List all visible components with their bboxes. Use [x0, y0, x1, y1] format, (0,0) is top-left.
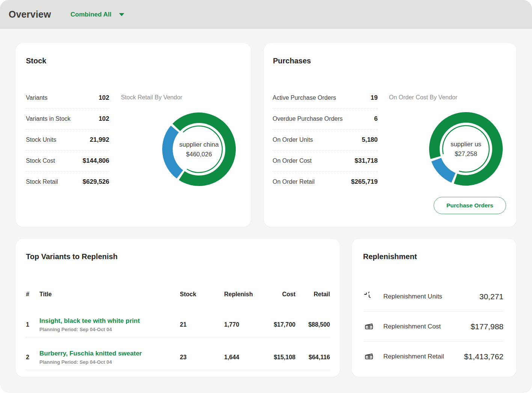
variant-title-link[interactable]: Insight, black tee with white print [39, 316, 180, 326]
replenish-cell: 1,644 [224, 354, 259, 361]
stat-value: 6 [374, 115, 378, 123]
top-bar: Overview Combined All [0, 0, 532, 29]
replenish-cell: 1,770 [224, 321, 259, 328]
stat-row: Variants 102 [26, 87, 109, 108]
col-header-cost: Cost [259, 291, 295, 298]
stat-row: Active Purchase Orders 19 [273, 87, 378, 108]
stat-row: On Order Cost $31,718 [273, 150, 378, 171]
variants-table-header: # Title Stock Replenish Cost Retail [26, 284, 330, 305]
table-row: 1 Insight, black tee with white print Pl… [26, 305, 330, 338]
purchases-donut-chart[interactable]: supplier us $27,258 [428, 111, 503, 186]
stat-value: 102 [99, 115, 109, 123]
row-number: 1 [26, 321, 39, 328]
purchases-stats-list: Active Purchase Orders 19 Overdue Purcha… [273, 87, 378, 192]
purchase-orders-button[interactable]: Purchase Orders [434, 197, 506, 214]
stock-card-title: Stock [26, 57, 46, 65]
replenishment-row-label: Replenishment Units [383, 293, 442, 300]
cash-icon [364, 322, 374, 332]
stat-value: 21,992 [90, 136, 109, 144]
table-row: 2 Burberry, Fuschia knitted sweater Plan… [26, 338, 330, 370]
stat-row: Stock Units 21,992 [26, 129, 109, 150]
page-title: Overview [9, 9, 51, 20]
cash-icon [364, 352, 374, 362]
replenishment-row-label: Replenishment Retail [383, 353, 444, 360]
stat-row: Overdue Purchase Orders 6 [273, 108, 378, 129]
stock-donut-chart[interactable]: supplier china $460,026 [161, 112, 237, 187]
list-item: Replenishment Retail $1,413,762 [364, 342, 503, 372]
stat-value: $31,718 [355, 157, 378, 165]
stat-row: Stock Cost $144,806 [26, 150, 109, 171]
purchases-card: Purchases Active Purchase Orders 19 Over… [264, 43, 516, 227]
replenishment-title: Replenishment [363, 252, 417, 261]
stat-label: On Order Retail [273, 178, 315, 185]
col-header-replenish: Replenish [224, 291, 259, 298]
stat-label: Stock Retail [26, 178, 58, 185]
stat-label: On Order Units [273, 136, 313, 143]
variants-table: # Title Stock Replenish Cost Retail 1 In… [26, 284, 330, 370]
variant-subtitle: Planning Period: Sep 04-Oct 04 [39, 326, 180, 333]
variant-cell: Insight, black tee with white print Plan… [39, 316, 180, 333]
dashboard-screen: Overview Combined All Stock Variants 102… [0, 0, 532, 393]
content-area: Stock Variants 102 Variants in Stock 102… [0, 29, 532, 377]
stock-cell: 21 [180, 321, 224, 328]
purchases-chart-caption: On Order Cost By Vendor [389, 94, 457, 101]
variant-title-link[interactable]: Burberry, Fuschia knitted sweater [39, 349, 180, 358]
col-header-title: Title [39, 291, 180, 298]
retail-cell: $88,500 [295, 321, 330, 328]
stat-label: Stock Units [26, 136, 56, 143]
scope-selector-label: Combined All [71, 11, 112, 18]
col-header-stock: Stock [180, 291, 224, 298]
stat-value: $629,526 [83, 178, 109, 186]
purchases-donut-svg [428, 111, 503, 186]
stock-stats-list: Variants 102 Variants in Stock 102 Stock… [26, 87, 109, 192]
chevron-down-icon [119, 13, 124, 16]
replenishment-row-value: $1,413,762 [464, 352, 503, 361]
stock-donut-svg [161, 112, 237, 187]
replenishment-list: Replenishment Units 30,271 Rep [364, 282, 503, 372]
cost-cell: $15,108 [259, 354, 295, 361]
stat-value: $144,806 [83, 157, 109, 165]
stat-label: Stock Cost [26, 158, 55, 164]
scope-selector[interactable]: Combined All [71, 11, 124, 18]
history-icon [364, 292, 374, 302]
variant-subtitle: Planning Period: Sep 04-Oct 04 [39, 359, 180, 366]
stat-row: On Order Retail $265,719 [273, 171, 378, 192]
stat-row: Stock Retail $629,526 [26, 171, 109, 192]
stat-label: Variants in Stock [26, 116, 71, 122]
stat-value: 5,180 [362, 136, 378, 144]
list-item: Replenishment Units 30,271 [364, 282, 503, 312]
replenishment-card: Replenishment Replenishment Units 30,271 [352, 239, 516, 377]
row-number: 2 [26, 354, 39, 361]
col-header-retail: Retail [295, 291, 330, 298]
list-item: Replenishment Cost $177,988 [364, 312, 503, 342]
stock-card: Stock Variants 102 Variants in Stock 102… [16, 43, 251, 227]
stat-label: Variants [26, 94, 48, 101]
stock-cell: 23 [180, 354, 224, 361]
variant-cell: Burberry, Fuschia knitted sweater Planni… [39, 349, 180, 366]
replenishment-row-value: 30,271 [479, 292, 503, 301]
stock-chart-caption: Stock Retail By Vendor [121, 94, 182, 101]
stat-value: 19 [371, 94, 378, 102]
stat-value: 102 [99, 94, 109, 102]
top-variants-title: Top Variants to Replenish [26, 252, 118, 261]
replenishment-row-label: Replenishment Cost [383, 323, 441, 330]
stat-row: On Order Units 5,180 [273, 129, 378, 150]
retail-cell: $64,116 [295, 354, 330, 361]
stat-value: $265,719 [351, 178, 378, 186]
cost-cell: $17,700 [259, 321, 295, 328]
stat-label: Active Purchase Orders [273, 94, 336, 101]
stat-label: Overdue Purchase Orders [273, 116, 343, 122]
replenishment-row-value: $177,988 [470, 322, 503, 331]
stat-label: On Order Cost [273, 158, 312, 164]
purchases-card-title: Purchases [273, 57, 311, 65]
top-variants-card: Top Variants to Replenish # Title Stock … [16, 239, 340, 377]
stat-row: Variants in Stock 102 [26, 108, 109, 129]
col-header-num: # [26, 291, 39, 298]
